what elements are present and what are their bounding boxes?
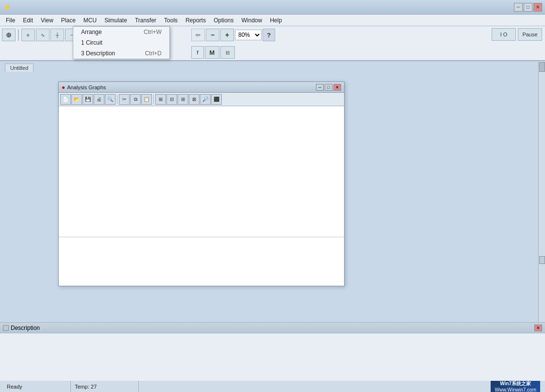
menu-view[interactable]: View	[37, 16, 57, 25]
menu-transfer[interactable]: Transfer	[131, 16, 160, 25]
analysis-icon: ●	[62, 84, 65, 91]
title-bar: ⚡ ─ □ ✕	[0, 0, 545, 15]
multimeter-btn[interactable]: M	[205, 46, 219, 59]
scroll-up-btn[interactable]	[539, 62, 545, 72]
analysis-probe-btn[interactable]: ⊠	[189, 94, 199, 105]
menu-simulate[interactable]: Simulate	[100, 16, 131, 25]
circuit-menu-item[interactable]: 1 Circuit	[73, 37, 169, 48]
minimize-button[interactable]: ─	[514, 3, 523, 12]
toolbar-row-3: f M ⊟	[189, 44, 237, 61]
analysis-open-btn[interactable]: 📂	[71, 94, 82, 105]
analysis-inner-bottom	[59, 237, 344, 286]
junction-btn[interactable]: ┼	[50, 29, 64, 41]
analysis-new-btn[interactable]: 📄	[60, 94, 71, 105]
menu-mcu[interactable]: MCU	[80, 16, 100, 25]
analysis-copy-btn[interactable]: ⧉	[130, 94, 141, 105]
menu-place[interactable]: Place	[57, 16, 80, 25]
menu-tools[interactable]: Tools	[160, 16, 182, 25]
watermark-line2: Www.Winwin7.com	[495, 387, 536, 392]
toolbar-row-2: ✏ − + 80% 50% 100% 150% ?	[189, 26, 277, 44]
description-content	[0, 333, 545, 381]
analysis-paste-btn[interactable]: 📋	[141, 94, 152, 105]
analysis-table-btn[interactable]: ⊟	[166, 94, 177, 105]
analysis-zoom-btn[interactable]: 🔍	[105, 94, 116, 105]
analysis-print-btn[interactable]: 🖨	[94, 94, 104, 105]
analysis-zoom2-btn[interactable]: 🔎	[200, 94, 211, 105]
function-btn[interactable]: f	[191, 46, 204, 59]
analysis-close-btn[interactable]: ✕	[333, 84, 341, 91]
menu-bar: File Edit View Place MCU Simulate Transf…	[0, 15, 545, 26]
analysis-maximize-btn[interactable]: □	[325, 84, 332, 91]
watermark-line1: Win7系统之家	[495, 380, 536, 387]
description-close-btn[interactable]: ✕	[534, 325, 542, 331]
close-button[interactable]: ✕	[533, 3, 542, 12]
analysis-save-btn[interactable]: 💾	[83, 94, 93, 105]
description-title-bar: Description ✕	[0, 323, 545, 333]
scroll-thumb[interactable]	[539, 256, 545, 264]
window-dropdown-menu: Arrange Ctrl+W 1 Circuit 3 Description C…	[73, 26, 170, 59]
pause-button[interactable]: Pause	[518, 28, 542, 41]
zoom-select[interactable]: 80% 50% 100% 150%	[235, 30, 262, 40]
zoom-control[interactable]: 80% 50% 100% 150%	[235, 30, 262, 40]
pencil-btn[interactable]: ✏	[191, 29, 205, 41]
menu-edit[interactable]: Edit	[19, 16, 37, 25]
menu-file[interactable]: File	[2, 16, 19, 25]
analysis-content	[59, 106, 344, 286]
analysis-title-bar: ● Analysis Graphs ─ □ ✕	[59, 82, 344, 93]
menu-reports[interactable]: Reports	[182, 16, 210, 25]
sep1	[18, 29, 19, 41]
menu-window[interactable]: Window	[238, 16, 266, 25]
place-component-btn[interactable]: ≡	[21, 29, 35, 41]
analysis-window: ● Analysis Graphs ─ □ ✕ 📄 📂 💾 🖨 🔍 ✂ ⧉	[58, 82, 345, 286]
analysis-chart-btn[interactable]: ⊞	[178, 94, 188, 105]
description-menu-item[interactable]: 3 Description Ctrl+D	[73, 48, 169, 59]
main-area: Untitled ● Analysis Graphs ─ □ ✕ 📄 📂 💾	[0, 61, 545, 322]
oscilloscope-btn[interactable]: ⊟	[220, 46, 235, 59]
analysis-minimize-btn[interactable]: ─	[316, 84, 324, 91]
analysis-inner-top	[59, 106, 344, 237]
title-bar-controls: ─ □ ✕	[514, 3, 542, 12]
menu-help[interactable]: Help	[266, 16, 286, 25]
tab-bar: Untitled	[0, 61, 538, 72]
status-ready: Ready	[3, 381, 71, 392]
analysis-export-btn[interactable]: ⬛	[211, 94, 222, 105]
vertical-scrollbar[interactable]	[538, 61, 545, 322]
maximize-button[interactable]: □	[524, 3, 532, 12]
io-button[interactable]: I O	[492, 28, 516, 41]
component-select-btn[interactable]: ⊕	[2, 29, 16, 41]
desc-title-left: Description	[3, 325, 40, 331]
analysis-controls: ─ □ ✕	[316, 84, 341, 91]
title-bar-left: ⚡	[3, 3, 13, 11]
untitled-tab[interactable]: Untitled	[5, 64, 33, 72]
arrange-menu-item[interactable]: Arrange Ctrl+W	[73, 27, 169, 37]
status-right: Win7系统之家 Www.Winwin7.com	[139, 379, 542, 392]
analysis-sep2	[153, 95, 154, 104]
watermark-area: Win7系统之家 Www.Winwin7.com	[491, 379, 540, 392]
canvas-container: ● Analysis Graphs ─ □ ✕ 📄 📂 💾 🖨 🔍 ✂ ⧉	[0, 72, 538, 322]
description-title-label: Description	[11, 325, 40, 331]
status-temp: Temp: 27	[71, 381, 139, 392]
right-toolbar-area: I O Pause	[492, 28, 542, 41]
analysis-title-left: ● Analysis Graphs	[62, 84, 106, 91]
analysis-sep1	[117, 95, 117, 104]
status-bar: Ready Temp: 27 Win7系统之家 Www.Winwin7.com	[0, 380, 545, 392]
analysis-grid-btn[interactable]: ⊞	[155, 94, 166, 105]
app-icon: ⚡	[3, 3, 11, 11]
menu-options[interactable]: Options	[210, 16, 237, 25]
description-panel: Description ✕	[0, 322, 545, 380]
help-btn[interactable]: ?	[263, 29, 275, 41]
wire-btn[interactable]: ∿	[36, 29, 50, 41]
analysis-cut-btn[interactable]: ✂	[119, 94, 130, 105]
analysis-title-label: Analysis Graphs	[67, 84, 106, 90]
desc-icon	[3, 325, 9, 331]
zoom-out-btn[interactable]: −	[206, 29, 219, 41]
zoom-in-btn[interactable]: +	[220, 29, 234, 41]
analysis-toolbar: 📄 📂 💾 🖨 🔍 ✂ ⧉ 📋 ⊞ ⊟ ⊞ ⊠ 🔎 ⬛	[59, 93, 344, 106]
